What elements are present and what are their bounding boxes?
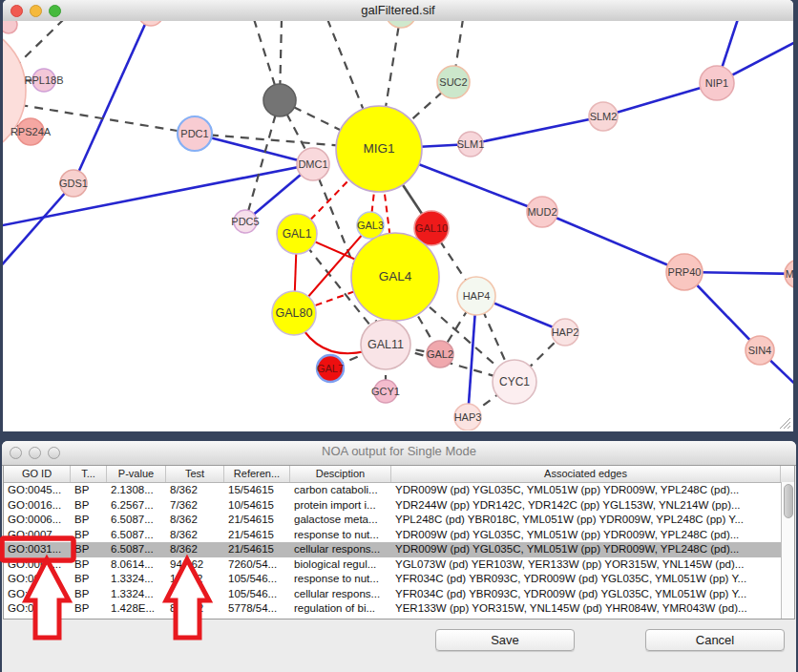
table-row[interactable]: GO:0016...BP6.2567...7/36210/54615protei… [4, 498, 794, 514]
cell-4: 15/54615 [224, 483, 290, 498]
scrollbar-thumb[interactable] [784, 484, 793, 518]
cell-3: 8/362 [166, 513, 224, 528]
node-label-DMC1: DMC1 [298, 158, 327, 170]
column-header-2[interactable]: P-value [107, 466, 166, 482]
close-button[interactable] [10, 5, 23, 17]
node-label-GAL4: GAL4 [379, 269, 412, 284]
cell-0: GO:0006... [4, 513, 71, 528]
cell-3: 8/362 [166, 542, 224, 557]
cell-4: 105/546... [224, 587, 290, 602]
network-edge [3, 164, 313, 226]
cell-1: BP [71, 498, 107, 514]
column-header-5[interactable]: Desciption [290, 466, 391, 482]
column-header-6[interactable]: Associated edges [391, 466, 781, 482]
cell-4: 21/54615 [224, 528, 290, 543]
cell-5: response to nut... [290, 528, 391, 543]
table-row[interactable]: GO:0007...BP6.5087...8/36221/54615respon… [4, 528, 794, 543]
cell-2: 1.3324... [107, 587, 166, 602]
cell-5: carbon cataboli... [290, 483, 391, 498]
noa-titlebar: NOA output for Single Mode [2, 441, 796, 466]
cell-6: YGL073W (pd) YER103W, YER133W (pp) YOR31… [391, 557, 781, 573]
cell-5: cellular respons... [290, 542, 391, 557]
cell-4: 10/54615 [224, 498, 290, 514]
node-top-pink[interactable] [138, 21, 163, 26]
node-label-GAL3: GAL3 [357, 220, 384, 231]
node-label-GAL2: GAL2 [427, 348, 453, 360]
node-label-PDC5: PDC5 [231, 216, 259, 227]
table-row[interactable]: GO:0031...BP6.5087...8/36221/54615cellul… [4, 542, 794, 557]
table-header-row: GO IDT...P-valueTestReferen...Desciption… [4, 466, 794, 483]
node-label-SIN4: SIN4 [748, 345, 771, 356]
network-edge [195, 134, 313, 164]
node-label-SUC2: SUC2 [439, 76, 467, 88]
node-gray-node[interactable] [263, 84, 296, 116]
cell-1: BP [71, 587, 107, 602]
table-row[interactable]: GO:0050...BP1.428E...80/3625778/54...reg… [4, 601, 794, 617]
cell-6: YDR244W (pp) YDR142C, YDR142C (pp) YGL15… [391, 498, 781, 514]
cell-2: 6.2567... [107, 498, 166, 514]
column-header-4[interactable]: Referen... [224, 466, 290, 482]
column-header-1[interactable]: T... [71, 466, 107, 482]
node-label-HAP4: HAP4 [463, 290, 491, 302]
node-label-MSL1: MSL1 [786, 268, 793, 280]
node-label-PRP40: PRP40 [668, 266, 702, 278]
cell-1: BP [71, 542, 107, 557]
cell-3: 8/362 [166, 483, 224, 498]
cancel-button[interactable]: Cancel [645, 629, 785, 651]
network-canvas[interactable]: RPL18BRPS24AGDS1PDC1PDC5DMC1MIG1SUC2SLM1… [3, 21, 793, 430]
cell-1: BP [71, 483, 107, 498]
table-row[interactable]: GO:0031...BP1.3324...11/362105/546...res… [4, 572, 794, 587]
network-titlebar: galFiltered.sif [3, 0, 793, 22]
network-window-title: galFiltered.sif [60, 0, 736, 21]
node-label-SLM1: SLM1 [457, 138, 485, 150]
node-label-MIG1: MIG1 [363, 141, 394, 156]
cell-4: 21/54615 [224, 513, 290, 528]
resize-grip-icon[interactable] [777, 415, 791, 430]
table-row[interactable]: GO:0006...BP6.5087...8/36221/54615galact… [4, 513, 794, 528]
network-edge [245, 100, 280, 221]
network-edge [471, 116, 603, 144]
cell-3: 80/362 [166, 601, 224, 617]
cell-1: BP [71, 513, 107, 528]
table-scrollbar[interactable] [781, 482, 794, 619]
node-label-GCY1: GCY1 [371, 386, 400, 397]
node-label-PDC1: PDC1 [180, 128, 208, 139]
cell-5: cellular respons... [290, 587, 391, 602]
cell-2: 1.428E... [107, 601, 166, 617]
cell-2: 6.5087... [107, 528, 166, 543]
minimize-button[interactable] [30, 5, 42, 17]
table-row[interactable]: GO:0045...BP2.1308...8/36215/54615carbon… [4, 483, 794, 498]
node-label-SLM2: SLM2 [590, 111, 618, 122]
node-label-HAP3: HAP3 [454, 411, 482, 423]
node-top-green[interactable] [386, 21, 416, 28]
minimize-button-inactive[interactable] [29, 447, 41, 459]
noa-results-table: GO IDT...P-valueTestReferen...Desciption… [3, 465, 795, 620]
noa-output-window: NOA output for Single Mode GO IDT...P-va… [2, 441, 796, 672]
node-label-GAL7: GAL7 [317, 363, 344, 374]
node-corner-pink[interactable] [3, 21, 17, 33]
node-label-GAL1: GAL1 [283, 227, 312, 241]
node-label-HAP2: HAP2 [552, 326, 579, 338]
cell-0: GO:0007... [4, 528, 71, 543]
cell-5: galactose meta... [290, 513, 391, 528]
node-label-MUD2: MUD2 [527, 206, 556, 218]
cell-1: BP [71, 601, 107, 617]
node-label-CYC1: CYC1 [499, 375, 530, 388]
cell-2: 2.1308... [107, 483, 166, 498]
save-button[interactable]: Save [435, 629, 575, 651]
cell-3: 11/362 [166, 587, 224, 602]
cell-6: YDR009W (pd) YGL035C, YML051W (pp) YDR00… [391, 542, 781, 557]
cell-6: YFR034C (pd) YBR093C, YDR009W (pd) YGL03… [391, 572, 781, 587]
table-row[interactable]: GO:0065...BP8.0614...94/3627260/54...bio… [4, 557, 794, 573]
network-edge [74, 21, 151, 183]
noa-window-title: NOA output for Single Mode [59, 441, 739, 462]
column-header-3[interactable]: Test [166, 466, 224, 482]
table-row[interactable]: GO:0031...BP1.3324...11/362105/546...cel… [4, 587, 794, 602]
cell-0: GO:0031... [4, 587, 71, 602]
column-header-0[interactable]: GO ID [4, 466, 71, 482]
cell-1: BP [71, 557, 107, 573]
node-label-RPL18B: RPL18B [25, 74, 64, 86]
cell-5: protein import i... [290, 498, 391, 514]
cell-0: GO:0031... [4, 572, 71, 587]
close-button-inactive[interactable] [10, 447, 22, 459]
